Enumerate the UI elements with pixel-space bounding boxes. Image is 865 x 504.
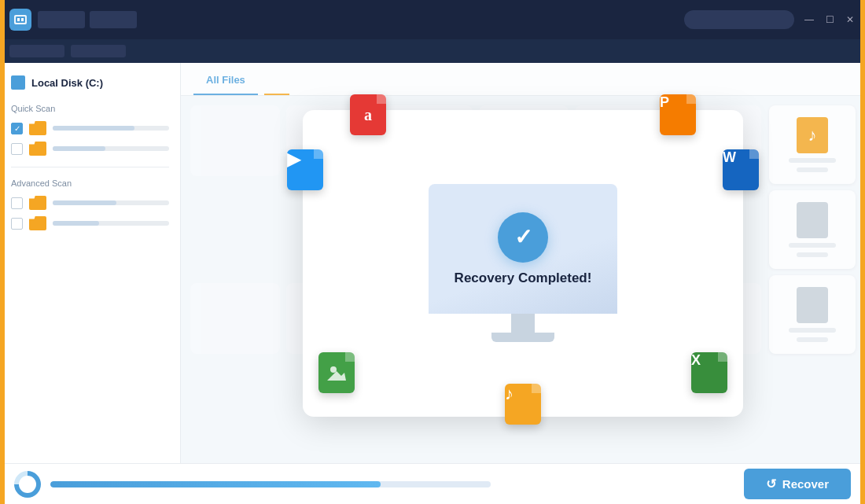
progress-bar-track xyxy=(50,481,491,487)
titlebar-tab-2[interactable] xyxy=(90,11,137,28)
scan-bar-fill-1 xyxy=(53,126,134,131)
modal-overlay: a P ▶ xyxy=(181,63,865,463)
scan-item-4[interactable] xyxy=(11,216,169,230)
word-letter: W xyxy=(723,149,736,165)
scan-bar-4 xyxy=(53,221,169,226)
checkbox-4[interactable] xyxy=(11,218,23,230)
ppt-letter: P xyxy=(660,94,669,110)
scan-bar-1 xyxy=(53,126,169,131)
drive-item[interactable]: Local Disk (C:) xyxy=(11,75,169,90)
recovery-completed-text: Recovery Completed! xyxy=(455,270,592,286)
recover-button[interactable]: ↺ Recover xyxy=(744,469,851,499)
svg-rect-1 xyxy=(16,17,25,23)
folder-icon-4 xyxy=(29,216,46,230)
checkmark-symbol: ✓ xyxy=(514,224,532,250)
footer: ↺ Recover xyxy=(0,463,865,504)
quick-scan-label: Quick Scan xyxy=(11,104,169,113)
titlebar-tabs xyxy=(38,11,137,28)
minimize-button[interactable]: — xyxy=(804,14,815,25)
topbar-item-1[interactable] xyxy=(9,45,64,57)
checkbox-1[interactable] xyxy=(11,123,23,134)
drive-icon xyxy=(11,75,25,90)
word-icon: W xyxy=(723,149,759,190)
scan-bar-fill-2 xyxy=(53,146,105,151)
monitor-base xyxy=(491,333,554,342)
scan-item-3[interactable] xyxy=(11,196,169,210)
maximize-button[interactable]: ☐ xyxy=(824,14,835,25)
titlebar-left xyxy=(9,9,137,31)
content-area: All Files xyxy=(181,63,865,463)
checkbox-2[interactable] xyxy=(11,143,23,155)
monitor-neck xyxy=(511,314,535,333)
checkmark-circle: ✓ xyxy=(498,212,548,263)
scan-bar-2 xyxy=(53,146,169,151)
music-symbol: ♪ xyxy=(505,384,513,403)
scan-item-1[interactable] xyxy=(11,121,169,135)
recover-icon: ↺ xyxy=(766,476,776,491)
sidebar: Local Disk (C:) Quick Scan Advanced Scan xyxy=(0,63,181,463)
close-button[interactable]: ✕ xyxy=(845,14,856,25)
drive-label: Local Disk (C:) xyxy=(31,77,103,89)
music-icon: ♪ xyxy=(505,384,541,425)
advanced-scan-label: Advanced Scan xyxy=(11,178,169,188)
excel-letter: X xyxy=(691,352,701,368)
svg-marker-6 xyxy=(327,371,346,381)
app-icon xyxy=(9,9,31,31)
scan-bar-fill-4 xyxy=(53,221,99,226)
ppt-icon: P xyxy=(660,94,696,135)
recover-button-label: Recover xyxy=(782,477,829,491)
scan-bar-3 xyxy=(53,200,169,205)
scan-item-2[interactable] xyxy=(11,142,169,156)
recovery-modal: a P ▶ xyxy=(303,110,743,417)
svg-rect-3 xyxy=(21,18,24,21)
folder-icon-3 xyxy=(29,196,46,210)
titlebar: — ☐ ✕ xyxy=(0,0,865,39)
main-layout: Local Disk (C:) Quick Scan Advanced Scan xyxy=(0,63,865,463)
pdf-icon: a xyxy=(350,94,386,135)
svg-text:a: a xyxy=(364,106,372,123)
topbar-item-2[interactable] xyxy=(71,45,126,57)
image-icon xyxy=(318,352,355,393)
right-accent-bar xyxy=(860,0,865,504)
monitor-screen: ✓ Recovery Completed! xyxy=(429,184,617,314)
sidebar-divider xyxy=(11,167,169,167)
svg-point-5 xyxy=(330,366,337,373)
titlebar-search[interactable] xyxy=(684,10,794,29)
footer-left xyxy=(14,471,491,498)
progress-bar-fill xyxy=(50,481,381,487)
svg-rect-2 xyxy=(17,18,20,21)
folder-icon-2 xyxy=(29,142,46,156)
video-icon: ▶ xyxy=(287,149,323,190)
folder-icon-1 xyxy=(29,121,46,135)
monitor-stand xyxy=(491,314,554,342)
topbar xyxy=(0,39,865,63)
titlebar-tab-1[interactable] xyxy=(38,11,85,28)
video-symbol: ▶ xyxy=(287,149,300,169)
monitor-illustration: ✓ Recovery Completed! xyxy=(405,169,641,358)
progress-circle-inner xyxy=(19,476,36,493)
excel-icon: X xyxy=(691,352,727,393)
scan-bar-fill-3 xyxy=(53,200,116,205)
progress-circle xyxy=(14,471,41,498)
left-accent-bar xyxy=(0,0,5,504)
checkbox-3[interactable] xyxy=(11,197,23,209)
titlebar-controls: — ☐ ✕ xyxy=(684,10,856,29)
